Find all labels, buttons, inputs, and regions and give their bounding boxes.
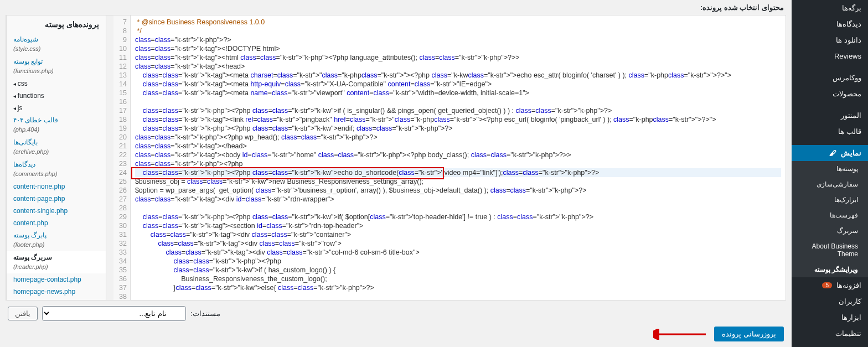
update-row: بروزرسانی پرونده (0, 327, 792, 347)
file-item[interactable]: دیدگاه‌ها(comments.php) (7, 158, 106, 180)
menu-downloads[interactable]: دانلود ها (792, 32, 868, 48)
highlight-box (131, 167, 444, 179)
code-editor[interactable]: 7891011121314151617181920212223242526272… (113, 15, 786, 300)
lookup-button[interactable]: یافتن (8, 307, 38, 320)
menu-tools[interactable]: ابزارها (792, 309, 868, 325)
menu-reviews[interactable]: Reviews (792, 48, 868, 64)
appearance-submenu: پوسته‌ها سفارشی‌سازی ابزارک‌ها فهرست‌ها … (792, 161, 868, 277)
file-item[interactable]: homepage-service.php (7, 298, 106, 300)
menu-elementor[interactable]: المنتور (792, 107, 868, 123)
file-item[interactable]: content-page.php (7, 193, 106, 205)
file-item[interactable]: content.php (7, 217, 106, 229)
arrow-annotation (653, 329, 709, 340)
file-item[interactable]: content-single.php (7, 205, 106, 217)
file-item[interactable]: قالب خطای ۴۰۴(php.404) (7, 114, 106, 136)
update-file-button[interactable]: بروزرسانی پرونده (714, 327, 784, 341)
file-list: شیوه‌نامه(style.css)توابع پوسته(function… (7, 33, 106, 300)
file-sidebar-title: پرونده‌های پوسته (7, 15, 106, 33)
file-item[interactable]: functions (7, 90, 106, 102)
submenu-editor[interactable]: ویرایشگر پوسته (792, 262, 868, 277)
menu-products[interactable]: محصولات (792, 86, 868, 102)
menu-woocommerce[interactable]: ووکامرس (792, 70, 868, 86)
file-item[interactable]: css (7, 77, 106, 90)
main-content: محتوای انتخاب شده پرونده: 78910111213141… (0, 0, 792, 347)
submenu-themes[interactable]: پوسته‌ها (792, 161, 868, 177)
file-sidebar: پرونده‌های پوسته شیوه‌نامه(style.css)توا… (6, 15, 106, 300)
brush-icon: 🖌 (829, 149, 836, 157)
submenu-customize[interactable]: سفارشی‌سازی (792, 177, 868, 192)
menu-appearance[interactable]: نمایش 🖌 (792, 145, 868, 161)
submenu-header[interactable]: سربرگ (792, 223, 868, 239)
file-item[interactable]: content-none.php (7, 180, 106, 193)
docs-label: مستندات: (190, 309, 220, 318)
menu-pages[interactable]: برگه‌ها (792, 0, 868, 16)
editor-wrap: 7891011121314151617181920212223242526272… (6, 15, 786, 301)
file-item[interactable]: بایگانی‌ها(archive.php) (7, 136, 106, 158)
file-item[interactable]: homepage-contact.php (7, 273, 106, 286)
line-gutter: 7891011121314151617181920212223242526272… (113, 15, 131, 300)
admin-sidebar: برگه‌ها دیدگاه‌ها دانلود ها Reviews ووکا… (792, 0, 868, 347)
content-header: محتوای انتخاب شده پرونده: (0, 0, 792, 15)
menu-plugins[interactable]: افزونه‌ها 5 (792, 277, 868, 293)
menu-settings[interactable]: تنظیمات (792, 325, 868, 341)
plugins-badge: 5 (822, 282, 832, 288)
submenu-widgets[interactable]: ابزارک‌ها (792, 192, 868, 208)
file-item[interactable]: شیوه‌نامه(style.css) (7, 33, 106, 55)
footer-bar: مستندات: نام تابع... یافتن (0, 301, 792, 327)
function-select[interactable]: نام تابع... (42, 306, 186, 321)
submenu-about[interactable]: About Business Theme (792, 239, 868, 262)
menu-templates[interactable]: قالب ها (792, 123, 868, 139)
file-item[interactable]: js (7, 102, 106, 114)
file-item[interactable]: پابرگ پوسته(footer.php) (7, 229, 106, 251)
file-item[interactable]: سربرگ پوسته(header.php) (7, 251, 106, 273)
file-item[interactable]: homepage-news.php (7, 286, 106, 298)
file-item[interactable]: توابع پوسته(functions.php) (7, 55, 106, 77)
code-lines[interactable]: * @since Business Responsiveness 1.0.0 *… (131, 15, 786, 300)
scrollbar[interactable] (106, 15, 113, 300)
menu-users[interactable]: کاربران (792, 293, 868, 309)
menu-comments[interactable]: دیدگاه‌ها (792, 16, 868, 32)
submenu-menus[interactable]: فهرست‌ها (792, 208, 868, 223)
